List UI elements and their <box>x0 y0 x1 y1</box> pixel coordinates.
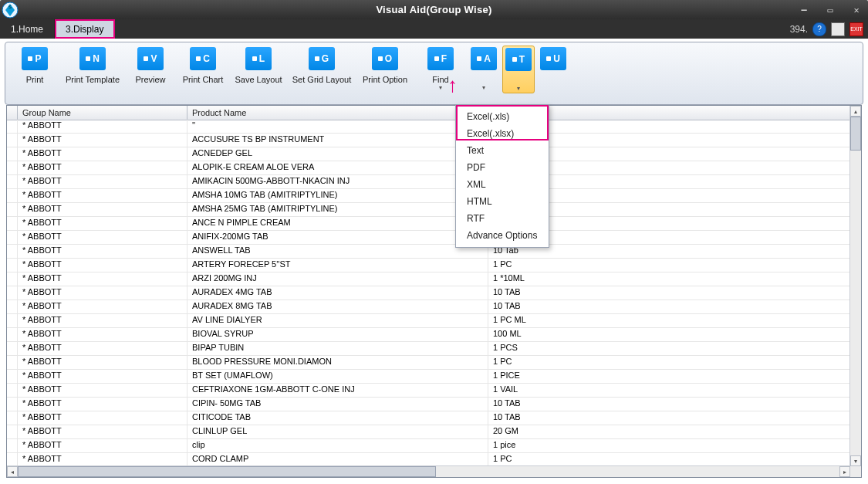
export-t-button[interactable]: T ▾ <box>502 46 535 93</box>
table-row[interactable]: * ABBOTTCORD CLAMP1 PC <box>7 453 850 466</box>
counter-label: 394. <box>790 24 808 35</box>
cell-qty: 100 ML <box>488 328 850 341</box>
grid-header-marker[interactable] <box>7 106 18 120</box>
table-row[interactable]: * ABBOTTAURADEX 4MG TAB10 TAB <box>7 286 850 300</box>
cell-product: AMIKACIN 500MG-ABBOTT-NKACIN INJ <box>187 175 488 188</box>
print-template-button[interactable]: N Print Template <box>62 46 123 92</box>
cell-group: * ABBOTT <box>18 398 187 411</box>
table-row[interactable]: * ABBOTTCIPIN- 50MG TAB10 TAB <box>7 398 850 411</box>
table-row[interactable]: * ABBOTTANIFIX-200MG TAB10 TAB <box>7 231 850 245</box>
grid-body: * ABBOTT''* ABBOTTACCUSURE TS BP INSTRUM… <box>7 120 850 466</box>
cell-group: * ABBOTT <box>18 370 187 383</box>
cell-group: * ABBOTT <box>18 161 187 174</box>
export-xls-item[interactable]: Excel(.xls) <box>456 108 549 125</box>
set-grid-layout-button[interactable]: G Set Grid Layout <box>289 46 354 92</box>
scroll-down-button[interactable]: ▾ <box>850 455 861 466</box>
cell-product: ARZI 200MG INJ <box>187 272 488 286</box>
cell-product: CEFTRIAXONE 1GM-ABBOTT C-ONE INJ <box>187 384 488 397</box>
cell-product: AURADEX 4MG TAB <box>187 286 488 300</box>
cell-qty: 1 PC <box>488 356 850 369</box>
cell-group: * ABBOTT <box>18 286 187 300</box>
help-icon[interactable]: ? <box>812 22 826 36</box>
table-row[interactable]: * ABBOTT'' <box>7 120 850 134</box>
cell-product: BIPAP TUBIN <box>187 342 488 355</box>
maximize-button[interactable]: ▭ <box>823 3 837 17</box>
table-row[interactable]: * ABBOTTAMSHA 25MG TAB (AMITRIPTYLINE) <box>7 203 850 217</box>
vertical-scrollbar[interactable]: ▴ ▾ <box>849 106 861 466</box>
table-row[interactable]: * ABBOTTBLOOD PRESSURE MONI.DIAMON1 PC <box>7 356 850 370</box>
notes-icon[interactable]: ▤ <box>831 22 845 36</box>
close-button[interactable]: ✕ <box>849 3 863 17</box>
table-row[interactable]: * ABBOTTARTERY FORECEP 5''ST1 PC <box>7 259 850 272</box>
row-marker <box>7 147 18 161</box>
table-row[interactable]: * ABBOTTANCE N PIMPLE CREAM <box>7 217 850 231</box>
row-marker <box>7 314 18 327</box>
table-row[interactable]: * ABBOTTAMSHA 10MG TAB (AMITRIPTYLINE) <box>7 189 850 203</box>
cell-group: * ABBOTT <box>18 259 187 272</box>
print-option-button[interactable]: O Print Option <box>357 46 413 92</box>
table-row[interactable]: * ABBOTTARZI 200MG INJ1 *10ML <box>7 272 850 286</box>
table-row[interactable]: * ABBOTTACCUSURE TS BP INSTRUMENT <box>7 134 850 147</box>
export-rtf-item[interactable]: RTF <box>456 210 549 227</box>
find-button[interactable]: F Find ▾ <box>416 46 465 92</box>
cell-qty: 1 VAIL <box>488 384 850 397</box>
cell-qty: 1 pice <box>488 439 850 452</box>
export-xlsx-item[interactable]: Excel(.xlsx) <box>456 125 549 142</box>
table-row[interactable]: * ABBOTTAV LINE DIALYER1 PC ML <box>7 314 850 328</box>
chevron-down-icon: ▾ <box>517 85 520 92</box>
table-row[interactable]: * ABBOTTBT SET (UMAFLOW)1 PICE <box>7 370 850 384</box>
table-row[interactable]: * ABBOTTclip1 pice <box>7 439 850 453</box>
table-row[interactable]: * ABBOTTBIPAP TUBIN1 PCS <box>7 342 850 356</box>
scroll-thumb[interactable] <box>850 117 861 151</box>
table-row[interactable]: * ABBOTTCLINLUP GEL20 GM <box>7 425 850 439</box>
grid-header-group[interactable]: Group Name <box>18 106 187 120</box>
table-row[interactable]: * ABBOTTACNEDEP GEL <box>7 147 850 161</box>
table-row[interactable]: * ABBOTTAMIKACIN 500MG-ABBOTT-NKACIN INJ <box>7 175 850 189</box>
tab-home[interactable]: 1.Home <box>0 19 55 39</box>
table-row[interactable]: * ABBOTTANSWELL TAB10 Tab <box>7 245 850 259</box>
cell-group: * ABBOTT <box>18 231 187 244</box>
export-advance-item[interactable]: Advance Options <box>456 227 549 244</box>
cell-qty: 1 PC ML <box>488 314 850 327</box>
row-marker <box>7 328 18 341</box>
cell-group: * ABBOTT <box>18 411 187 425</box>
horizontal-scrollbar[interactable]: ◂ ▸ <box>7 465 850 477</box>
scroll-up-button[interactable]: ▴ <box>850 106 861 117</box>
table-row[interactable]: * ABBOTTALOPIK-E CREAM ALOE VERA <box>7 161 850 175</box>
table-row[interactable]: * ABBOTTCEFTRIAXONE 1GM-ABBOTT C-ONE INJ… <box>7 384 850 398</box>
row-marker <box>7 300 18 313</box>
row-marker <box>7 231 18 244</box>
grid-header-product[interactable]: Product Name <box>187 106 488 120</box>
scroll-corner <box>850 466 861 477</box>
exit-icon[interactable]: EXIT <box>849 22 863 36</box>
scroll-thumb[interactable] <box>18 466 436 477</box>
export-a-button[interactable]: A ▾ <box>468 46 499 92</box>
row-marker <box>7 356 18 369</box>
row-marker <box>7 286 18 300</box>
cell-product: AV LINE DIALYER <box>187 314 488 327</box>
table-row[interactable]: * ABBOTTAURADEX 8MG TAB10 TAB <box>7 300 850 314</box>
cell-group: * ABBOTT <box>18 439 187 452</box>
cell-group: * ABBOTT <box>18 356 187 369</box>
export-text-item[interactable]: Text <box>456 142 549 159</box>
table-row[interactable]: * ABBOTTBIOVAL SYRUP100 ML <box>7 328 850 342</box>
preview-button[interactable]: V Preview <box>126 46 175 92</box>
scroll-left-button[interactable]: ◂ <box>7 466 18 477</box>
export-xml-item[interactable]: XML <box>456 176 549 193</box>
minimize-button[interactable]: — <box>797 3 811 17</box>
export-html-item[interactable]: HTML <box>456 193 549 210</box>
cell-product: CLINLUP GEL <box>187 425 488 438</box>
scroll-right-button[interactable]: ▸ <box>839 466 850 477</box>
export-pdf-item[interactable]: PDF <box>456 159 549 176</box>
cell-qty: 1 PCS <box>488 342 850 355</box>
print-chart-button[interactable]: C Print Chart <box>178 46 228 92</box>
cell-group: * ABBOTT <box>18 147 187 161</box>
print-button[interactable]: P Print <box>10 46 59 92</box>
tab-display[interactable]: 3.Display <box>55 19 115 39</box>
row-marker <box>7 398 18 411</box>
table-row[interactable]: * ABBOTTCITICODE TAB10 TAB <box>7 411 850 425</box>
cell-product: ACCUSURE TS BP INSTRUMENT <box>187 134 488 147</box>
save-layout-button[interactable]: L Save Layout <box>231 46 286 92</box>
export-u-button[interactable]: U <box>538 46 569 92</box>
row-marker <box>7 134 18 147</box>
